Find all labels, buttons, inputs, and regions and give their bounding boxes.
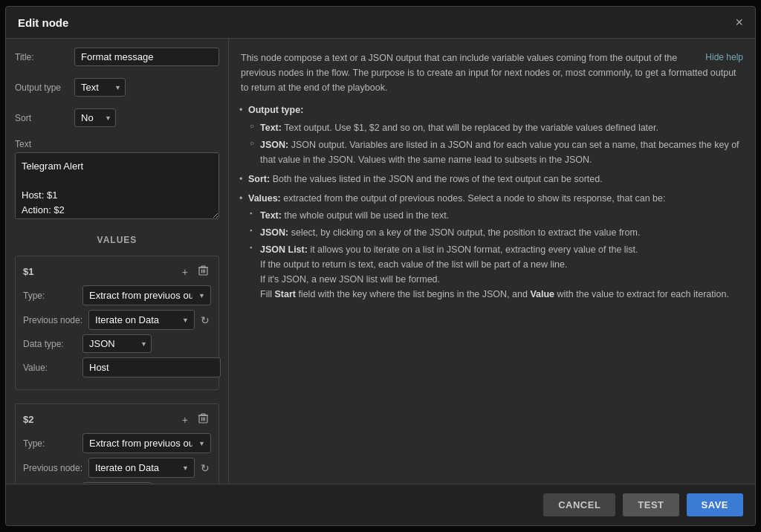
- help-values-json: JSON: select, by clicking on a key of th…: [260, 225, 743, 240]
- value2-refresh-button[interactable]: ↻: [199, 461, 211, 476]
- help-values-sublist: Text: the whole output will be used in t…: [248, 208, 743, 302]
- help-json-strong: JSON:: [260, 140, 288, 150]
- value1-section: $1 +: [15, 256, 219, 390]
- value2-add-button[interactable]: +: [179, 412, 191, 427]
- value1-type-select[interactable]: Extract from previuos output Static valu…: [82, 285, 211, 305]
- value2-prevnode-label: Previous node:: [23, 463, 82, 473]
- value1-add-button[interactable]: +: [179, 265, 191, 279]
- help-list: Output type: Text: Text output. Use $1, …: [241, 103, 743, 302]
- value1-value-row: Value:: [23, 357, 211, 377]
- save-button[interactable]: SAVE: [687, 493, 743, 516]
- test-button[interactable]: TEST: [623, 493, 679, 516]
- title-input[interactable]: [74, 48, 219, 66]
- value1-datatype-row: Data type: JSON Text JSON List: [23, 334, 211, 353]
- title-label: Title:: [15, 52, 68, 62]
- value2-type-label: Type:: [23, 438, 77, 449]
- help-jsonlist-start: Fill Start field with the key where the …: [260, 289, 729, 299]
- value2-header: $2 +: [23, 412, 211, 427]
- help-sort: Sort: Both the values listed in the JSON…: [248, 172, 743, 186]
- value2-prevnode-select[interactable]: Iterate on Data: [88, 458, 195, 478]
- value1-title: $1: [23, 266, 33, 277]
- value2-type-select[interactable]: Extract from previuos output Static valu…: [82, 433, 211, 453]
- hide-help-link[interactable]: Hide help: [705, 51, 743, 65]
- help-output-type: Output type: Text: Text output. Use $1, …: [248, 103, 743, 167]
- value1-type-row: Type: Extract from previuos output Stati…: [23, 285, 211, 305]
- output-type-label: Output type: [15, 82, 68, 93]
- help-jsonlist-json: If it's JSON, a new JSON list will be fo…: [260, 274, 440, 285]
- sort-select[interactable]: No Yes: [74, 108, 116, 127]
- help-values-text: Text: the whole output will be used in t…: [260, 208, 743, 223]
- value2-prevnode-select-wrapper: Iterate on Data: [88, 458, 195, 478]
- help-intro: This node compose a text or a JSON outpu…: [241, 51, 743, 95]
- value1-prevnode-label: Previous node:: [23, 315, 82, 325]
- value2-node-row: Iterate on Data ↻: [88, 458, 211, 478]
- help-json-content: JSON output. Variables are listed in a J…: [260, 140, 739, 165]
- help-text-strong: Text:: [260, 123, 282, 133]
- value2-section: $2 +: [15, 403, 219, 484]
- value1-refresh-button[interactable]: ↻: [199, 313, 211, 328]
- help-values: Values: extracted from the output of pre…: [248, 191, 743, 302]
- help-json-desc: JSON: JSON output. Variables are listed …: [260, 137, 743, 167]
- values-header: VALUES: [15, 235, 219, 245]
- sort-row: Sort No Yes: [15, 108, 219, 127]
- help-output-sublist: Text: Text output. Use $1, $2 and so on,…: [248, 120, 743, 167]
- modal-header: Edit node ×: [6, 7, 755, 39]
- title-row: Title:: [15, 48, 219, 66]
- sort-label: Sort: [15, 113, 68, 123]
- modal-footer: CANCEL TEST SAVE: [6, 484, 755, 525]
- value1-actions: +: [179, 264, 211, 279]
- cancel-button[interactable]: CANCEL: [543, 493, 615, 516]
- value2-actions: +: [179, 412, 211, 427]
- output-type-row: Output type Text JSON: [15, 78, 219, 97]
- value1-prevnode-select-wrapper: Iterate on Data: [88, 310, 195, 330]
- value1-value-label: Value:: [23, 363, 77, 373]
- value2-type-select-wrapper: Extract from previuos output Static valu…: [82, 433, 211, 453]
- value2-type-row: Type: Extract from previuos output Stati…: [23, 433, 211, 453]
- modal-overlay: Edit node × Title: Output type Text: [0, 0, 761, 532]
- help-sort-strong: Sort:: [248, 174, 270, 184]
- value1-datatype-label: Data type:: [23, 339, 77, 349]
- value2-delete-button[interactable]: [195, 412, 211, 427]
- output-type-select-wrapper: Text JSON: [74, 78, 126, 97]
- value1-type-label: Type:: [23, 291, 77, 301]
- value2-title: $2: [23, 414, 33, 425]
- help-values-jsonlist: JSON List: it allows you to iterate on a…: [260, 242, 743, 302]
- close-button[interactable]: ×: [735, 16, 743, 29]
- sort-select-wrapper: No Yes: [74, 108, 116, 127]
- value1-prevnode-select[interactable]: Iterate on Data: [88, 310, 195, 330]
- help-sort-content: Both the values listed in the JSON and t…: [273, 174, 603, 184]
- value1-header: $1 +: [23, 264, 211, 279]
- help-jsonlist-text: If the output to return is text, each va…: [260, 259, 567, 270]
- text-textarea[interactable]: Telegram Alert Host: $1 Action: $2 Detai…: [15, 152, 219, 219]
- left-panel: Title: Output type Text JSON Sort: [6, 39, 229, 484]
- value1-node-row: Iterate on Data ↻: [88, 310, 211, 330]
- value2-prevnode-row: Previous node: Iterate on Data ↻: [23, 458, 211, 478]
- help-text-content: Text output. Use $1, $2 and so on, that …: [284, 123, 658, 133]
- value1-delete-button[interactable]: [195, 264, 211, 279]
- modal-body: Title: Output type Text JSON Sort: [6, 39, 755, 484]
- value1-datatype-select[interactable]: JSON Text JSON List: [82, 334, 152, 353]
- help-output-type-heading: Output type:: [248, 105, 303, 115]
- text-field: Text Telegram Alert Host: $1 Action: $2 …: [15, 139, 219, 221]
- value1-prevnode-row: Previous node: Iterate on Data ↻: [23, 310, 211, 330]
- value1-type-select-wrapper: Extract from previuos output Static valu…: [82, 285, 211, 305]
- output-type-select[interactable]: Text JSON: [74, 78, 126, 97]
- modal-title: Edit node: [18, 16, 68, 29]
- right-panel: Hide help This node compose a text or a …: [229, 39, 755, 484]
- value1-value-input[interactable]: [82, 357, 221, 377]
- text-label: Text: [15, 139, 219, 149]
- edit-node-modal: Edit node × Title: Output type Text: [5, 6, 756, 526]
- value2-datatype-select-wrapper: JSON Text JSON List: [82, 482, 152, 484]
- help-text-desc: Text: Text output. Use $1, $2 and so on,…: [260, 120, 743, 135]
- help-values-content: extracted from the output of previous no…: [283, 193, 665, 204]
- value1-datatype-select-wrapper: JSON Text JSON List: [82, 334, 152, 353]
- help-values-strong: Values:: [248, 193, 281, 204]
- value2-datatype-select[interactable]: JSON Text JSON List: [82, 482, 152, 484]
